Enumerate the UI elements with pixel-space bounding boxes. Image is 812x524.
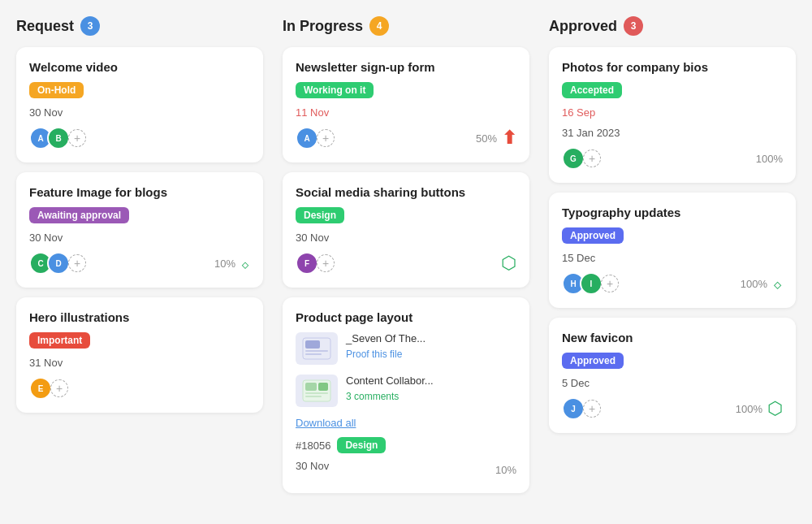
card-title-favicon: New favicon <box>562 331 783 344</box>
file-name-1: _Seven Of The... <box>346 332 516 344</box>
dots-icon-social: ⬡ <box>501 253 516 274</box>
avatars-welcome-video: A B + <box>29 127 86 149</box>
svg-rect-3 <box>305 353 322 355</box>
tag-awaiting: Awaiting approval <box>29 207 129 223</box>
svg-rect-6 <box>318 383 328 391</box>
column-header-request: Request 3 <box>16 16 263 36</box>
percent-product: 10% <box>495 464 516 476</box>
column-header-in-progress: In Progress 4 <box>283 16 529 36</box>
percent-feature-image: 10% <box>214 258 235 270</box>
footer-hero: E + <box>29 377 250 400</box>
add-avatar-btn[interactable]: + <box>583 400 601 418</box>
file-name-2: Content Collabor... <box>346 375 516 387</box>
tag-approved-favicon: Approved <box>562 353 624 369</box>
column-title-approved: Approved <box>549 18 617 35</box>
date-favicon: 5 Dec <box>562 377 783 389</box>
card-social-media: Social media sharing buttons Design 30 N… <box>283 172 529 288</box>
kanban-board: Request 3 Welcome video On-Hold 30 Nov A… <box>16 16 796 503</box>
add-avatar-btn[interactable]: + <box>601 275 619 292</box>
card-title-typography: Typography updates <box>562 206 783 219</box>
file-item-2: Content Collabor... 3 comments <box>296 375 516 407</box>
percent-photos: 100% <box>756 153 783 165</box>
card-photos-bios: Photos for company bios Accepted 16 Sep … <box>549 47 796 183</box>
card-title-social: Social media sharing buttons <box>296 185 516 199</box>
date-photos-dark: 31 Jan 2023 <box>562 127 783 139</box>
card-typography: Typography updates Approved 15 Dec H I +… <box>549 193 796 308</box>
download-all-link[interactable]: Download all <box>296 417 516 429</box>
avatar-2: D <box>47 252 70 275</box>
svg-rect-5 <box>305 383 317 391</box>
add-avatar-btn[interactable]: + <box>68 254 86 272</box>
card-hero-illustrations: Hero illustrations Important 31 Nov E + <box>16 297 263 413</box>
dots-icon-favicon: ⬡ <box>767 398 783 419</box>
footer-newsletter: A + 50% ⬆ <box>296 127 516 149</box>
avatar-2: I <box>580 272 603 295</box>
date-product: 30 Nov <box>296 460 329 472</box>
tag-working: Working on it <box>296 82 374 98</box>
date-photos-red: 16 Sep <box>562 106 783 119</box>
column-request: Request 3 Welcome video On-Hold 30 Nov A… <box>16 16 263 503</box>
footer-feature-image: C D + 10% ⬦ <box>29 252 250 275</box>
column-approved: Approved 3 Photos for company bios Accep… <box>549 16 796 503</box>
arrow-down-icon-typography: ⬦ <box>772 273 783 294</box>
date-hero: 31 Nov <box>29 357 250 369</box>
avatars-feature-image: C D + <box>29 252 86 275</box>
percent-favicon: 100% <box>736 403 762 415</box>
card-title-product: Product page layout <box>296 310 516 324</box>
svg-rect-1 <box>305 340 320 349</box>
tag-design-social: Design <box>296 207 344 223</box>
column-in-progress: In Progress 4 Newsletter sign-up form Wo… <box>283 16 529 503</box>
avatar-1: J <box>562 397 585 420</box>
file-item-1: _Seven Of The... Proof this file <box>296 332 516 365</box>
proof-link[interactable]: Proof this file <box>346 349 402 360</box>
badge-approved: 3 <box>624 16 643 36</box>
avatars-social: F + <box>296 252 335 275</box>
add-avatar-btn[interactable]: + <box>317 254 335 272</box>
column-title-in-progress: In Progress <box>283 18 363 35</box>
card-title-photos: Photos for company bios <box>562 60 783 74</box>
avatar-1: A <box>296 127 318 149</box>
date-feature-image: 30 Nov <box>29 232 250 244</box>
avatars-newsletter: A + <box>296 127 335 149</box>
date-social: 30 Nov <box>296 232 516 244</box>
badge-request: 3 <box>80 16 100 36</box>
tag-important: Important <box>29 332 90 349</box>
avatar-1: F <box>296 252 318 275</box>
comments-link[interactable]: 3 comments <box>346 391 399 402</box>
card-title-hero: Hero illustrations <box>29 310 250 324</box>
column-header-approved: Approved 3 <box>549 16 796 36</box>
file-thumb-2 <box>296 375 338 407</box>
arrow-down-icon: ⬦ <box>240 254 250 273</box>
card-title-newsletter: Newsletter sign-up form <box>296 60 516 74</box>
avatars-hero: E + <box>29 377 68 400</box>
svg-rect-8 <box>305 396 322 397</box>
card-new-favicon: New favicon Approved 5 Dec J + 100% ⬡ <box>549 318 796 433</box>
footer-social: F + ⬡ <box>296 252 516 275</box>
tag-design-product: Design <box>337 437 386 453</box>
avatar-1: G <box>562 147 585 170</box>
date-typography: 15 Dec <box>562 252 783 264</box>
add-avatar-btn[interactable]: + <box>50 379 68 397</box>
add-avatar-btn[interactable]: + <box>68 129 86 147</box>
svg-rect-2 <box>305 350 328 352</box>
percent-typography: 100% <box>741 278 767 290</box>
avatars-favicon: J + <box>562 397 601 420</box>
column-title-request: Request <box>16 18 74 35</box>
footer-photos: G + 100% <box>562 147 783 170</box>
avatars-typography: H I + <box>562 272 619 295</box>
badge-in-progress: 4 <box>369 16 389 36</box>
tag-accepted: Accepted <box>562 82 622 98</box>
add-avatar-btn[interactable]: + <box>583 149 601 167</box>
card-title-welcome-video: Welcome video <box>29 60 250 74</box>
file-info-1: _Seven Of The... Proof this file <box>346 332 516 360</box>
card-title-feature-image: Feature Image for blogs <box>29 185 250 199</box>
date-welcome-video: 30 Nov <box>29 106 250 119</box>
tag-row-product: #18056 Design <box>296 437 516 453</box>
date-newsletter: 11 Nov <box>296 106 516 119</box>
arrow-up-icon: ⬆ <box>502 128 516 149</box>
tag-approved-typography: Approved <box>562 227 624 244</box>
footer-favicon: J + 100% ⬡ <box>562 397 783 420</box>
footer-welcome-video: A B + <box>29 127 250 149</box>
add-avatar-btn[interactable]: + <box>317 129 335 147</box>
svg-rect-7 <box>305 392 328 394</box>
